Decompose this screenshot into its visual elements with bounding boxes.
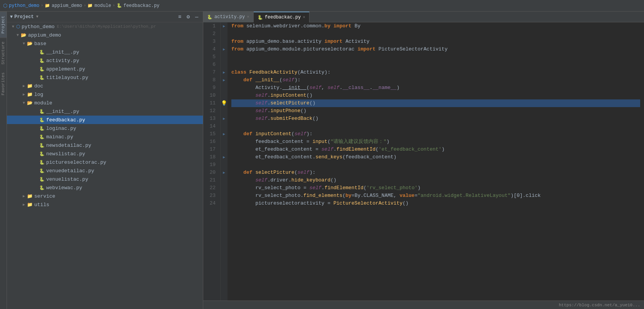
tree-module-init-label: __init__.py — [46, 109, 79, 114]
tree-base-titlelayout[interactable]: 🐍 titlelayout.py — [7, 73, 203, 82]
tree-base-activity[interactable]: 🐍 activity.py — [7, 56, 203, 65]
tree-root[interactable]: ⬡ python_demo E:\Users\Github\MyApplicat… — [7, 22, 203, 31]
breadcrumb-appium[interactable]: appium_demo — [52, 3, 82, 8]
code-line-11: self . selectPicture () — [231, 99, 640, 107]
tree-mainac[interactable]: 🐍 mainac.py — [7, 133, 203, 141]
tree-feedbackac[interactable]: 🐍 feedbackac.py — [7, 116, 203, 124]
gutter-3 — [221, 38, 227, 45]
collapse-all-button[interactable]: ≡ — [177, 14, 183, 20]
file-icon-breadcrumb: 🐍 — [117, 3, 122, 8]
gutter-16 — [221, 138, 227, 146]
gutter-22 — [221, 184, 227, 192]
tree-base-init-label: __init__.py — [46, 49, 79, 55]
tree-pictureselectorac[interactable]: 🐍 pictureselectorac.py — [7, 158, 203, 166]
tree-venuedetailac[interactable]: 🐍 venuedetailac.py — [7, 166, 203, 175]
tree-appium-label: appium_demo — [28, 32, 61, 38]
tree-doc[interactable]: 📁 doc — [7, 82, 203, 90]
gutter-9 — [221, 84, 227, 92]
editor-panel: 🐍 activity.py × 🐍 feedbackac.py × 1 2 3 … — [203, 12, 644, 309]
folder-module-icon: 📂 — [27, 100, 33, 106]
sidebar-header-actions: ≡ ⚙ — — [177, 14, 200, 20]
tab-activity[interactable]: 🐍 activity.py × — [203, 12, 254, 22]
tab-activity-close[interactable]: × — [247, 15, 249, 19]
sidebar-title-label: Project — [14, 14, 33, 20]
tab-feedbackac-close[interactable]: × — [303, 15, 305, 20]
gutter-12 — [221, 107, 227, 115]
tree-appium-demo[interactable]: 📂 appium_demo — [7, 31, 203, 39]
tree-utils-label: utils — [34, 202, 49, 208]
code-line-9: Activity. __init__ ( self , self . __cla… — [231, 84, 640, 92]
gutter-5 — [221, 53, 227, 61]
tree-utils[interactable]: 📁 utils — [7, 200, 203, 209]
tree-module[interactable]: 📂 module — [7, 99, 203, 107]
project-tab[interactable]: Project — [0, 12, 7, 37]
code-editor[interactable]: from selenium.webdriver.common. by impor… — [227, 22, 644, 301]
folder-icon-2: 📁 — [87, 3, 93, 8]
tab-bar: 🐍 activity.py × 🐍 feedbackac.py × — [203, 12, 644, 22]
structure-tab[interactable]: Structure — [0, 37, 7, 68]
project-icon: ⬡ — [3, 3, 7, 9]
py-file-icon-newslist: 🐍 — [39, 151, 45, 156]
py-file-icon-appelement: 🐍 — [39, 67, 45, 72]
project-sidebar: ▼ Project ▼ ≡ ⚙ — ⬡ python_demo E:\Users… — [7, 12, 203, 309]
tree-log[interactable]: 📁 log — [7, 90, 203, 99]
gutter-1: ▶ — [221, 22, 227, 30]
main-area: Project Structure Favorites ▼ Project ▼ … — [0, 12, 644, 309]
bulb-icon: 💡 — [221, 100, 227, 106]
status-bar: https://blog.csdn.net/a_yue10... — [203, 301, 644, 309]
tree-loginac[interactable]: 🐍 loginac.py — [7, 124, 203, 133]
tree-arrow-doc — [21, 84, 27, 88]
tree-service-label: service — [34, 193, 55, 199]
breadcrumb-project[interactable]: python_demo — [9, 3, 39, 8]
code-line-5 — [231, 53, 640, 61]
project-root-icon: ⬡ — [16, 24, 20, 30]
line-numbers: 1 2 3 4 5 6 7 8 9 10 11 12 13 14 15 16 1… — [203, 22, 221, 301]
tree-newsdetailac[interactable]: 🐍 newsdetailac.py — [7, 141, 203, 149]
code-line-14 — [231, 123, 640, 130]
gutter-14 — [221, 123, 227, 130]
breadcrumb-file[interactable]: feedbackac.py — [124, 3, 160, 8]
tree-service[interactable]: 📁 service — [7, 192, 203, 200]
tree-newslistac-label: newslistac.py — [46, 151, 85, 157]
gutter-7: ▶ — [221, 69, 227, 76]
status-right: https://blog.csdn.net/a_yue10... — [559, 303, 640, 307]
tree-arrow-utils — [21, 202, 27, 207]
gutter-18: ▶ — [221, 153, 227, 161]
tree-base-appelement[interactable]: 🐍 appelement.py — [7, 65, 203, 73]
code-line-2 — [231, 30, 640, 38]
code-line-18: et_feedback_content. send_keys (feedback… — [231, 153, 640, 161]
sidebar-dropdown-icon: ▼ — [10, 14, 13, 20]
tree-newslistac[interactable]: 🐍 newslistac.py — [7, 149, 203, 158]
tree-base[interactable]: 📂 base — [7, 39, 203, 48]
tree-arrow-log — [21, 92, 27, 97]
code-line-22: rv_select_photo = self . findElementId (… — [231, 184, 640, 192]
code-line-23: rv_select_photo. find_elements ( by =By.… — [231, 192, 640, 200]
py-file-icon-feedback: 🐍 — [39, 118, 45, 123]
code-line-3: from appium_demo.base.activity import Ac… — [231, 38, 640, 45]
editor-content[interactable]: 1 2 3 4 5 6 7 8 9 10 11 12 13 14 15 16 1… — [203, 22, 644, 301]
favorites-tab[interactable]: Favorites — [0, 69, 7, 99]
code-line-12: self . inputPhone () — [231, 107, 640, 115]
code-line-1: from selenium.webdriver.common. by impor… — [231, 22, 640, 30]
breadcrumb-module[interactable]: module — [94, 3, 111, 8]
py-file-icon-login: 🐍 — [39, 126, 45, 131]
tree-base-init[interactable]: 🐍 __init__.py — [7, 48, 203, 56]
tree-base-label: base — [34, 41, 46, 47]
folder-service-icon: 📁 — [27, 193, 33, 199]
left-panel-tabs: Project Structure Favorites — [0, 12, 7, 309]
close-sidebar-button[interactable]: — — [194, 14, 200, 20]
tree-arrow-service — [21, 194, 27, 198]
folder-icon-1: 📁 — [45, 3, 50, 8]
gutter-13: ▶ — [221, 115, 227, 123]
gutter-19 — [221, 161, 227, 169]
tree-webviewac[interactable]: 🐍 webviewac.py — [7, 183, 203, 192]
tree-venuelistac[interactable]: 🐍 venuelistac.py — [7, 175, 203, 183]
tree-feedbackac-label: feedbackac.py — [46, 117, 85, 123]
tree-module-init[interactable]: 🐍 __init__.py — [7, 107, 203, 116]
tab-feedbackac[interactable]: 🐍 feedbackac.py × — [254, 12, 309, 22]
tree-arrow-module — [21, 101, 27, 105]
code-line-20: def selectPicture ( self ): — [231, 169, 640, 176]
settings-button[interactable]: ⚙ — [185, 14, 191, 20]
gutter-15: ▶ — [221, 130, 227, 138]
code-line-21: self .driver. hide_keyboard () — [231, 176, 640, 184]
